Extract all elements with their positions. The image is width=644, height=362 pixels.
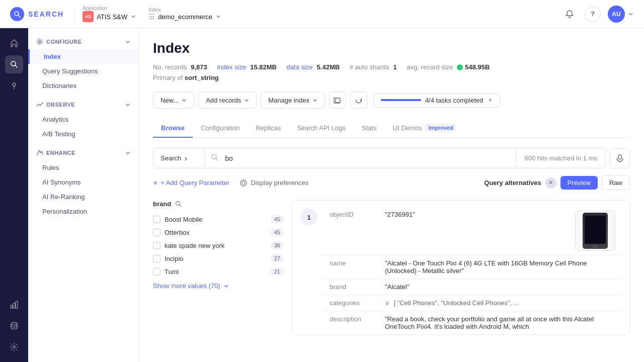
logo-icon [10, 7, 24, 21]
facet-checkbox-boost[interactable] [153, 216, 160, 223]
facet-item: kate spade new york 36 [153, 239, 284, 252]
mic-button[interactable] [610, 148, 630, 168]
record-table: objectID "2736991" [324, 207, 621, 334]
results-area: brand Boost Mobile 45 Otterbox 45 [153, 200, 630, 335]
facet-checkbox-kate[interactable] [153, 242, 160, 249]
add-query-param[interactable]: + + Add Query Parameter [153, 178, 229, 188]
hits-count: 600 hits matched in 1 ms [516, 149, 605, 167]
tab-ui-demos-badge: Improved [425, 124, 457, 132]
svg-line-13 [216, 158, 218, 160]
refresh-button[interactable] [350, 92, 367, 109]
tabs: Browse Configuration Replicas Search API… [153, 119, 630, 138]
sidebar-item-personalization[interactable]: Personalization [28, 204, 138, 219]
tab-stats[interactable]: Stats [354, 119, 385, 138]
notifications-icon[interactable] [561, 6, 578, 22]
facet-count: 45 [271, 228, 284, 236]
sidebar-enhance-header[interactable]: ENHANCE [28, 145, 138, 160]
search-type-selector[interactable]: Search [153, 149, 205, 167]
index-selector[interactable]: Index ☰ demo_ecommerce [148, 7, 221, 21]
facet-item: Boost Mobile 45 [153, 213, 284, 226]
sidebar-item-rules[interactable]: Rules [28, 160, 138, 175]
svg-line-1 [18, 15, 20, 17]
action-bar: New... Add records Manage index [153, 92, 630, 109]
add-records-button[interactable]: Add records [198, 92, 257, 109]
auto-shards-label: # auto shards [350, 63, 389, 71]
sidebar-observe-header[interactable]: OBSERVE [28, 97, 138, 112]
svg-rect-14 [618, 155, 621, 159]
tab-browse[interactable]: Browse [153, 119, 193, 138]
preview-button[interactable]: Preview [560, 176, 598, 190]
svg-point-8 [11, 323, 17, 325]
raw-button[interactable]: Raw [602, 175, 630, 190]
sidebar-item-dictionaries[interactable]: Dictionaries [28, 78, 138, 93]
facet-item: Otterbox 45 [153, 226, 284, 239]
avatar-chevron-icon [628, 11, 634, 17]
icon-bar-pin[interactable] [5, 76, 23, 95]
record-row-brand: brand "Alcatel" [324, 279, 621, 295]
new-button[interactable]: New... [153, 92, 194, 109]
record-image [575, 211, 615, 251]
app-selector[interactable]: Application AS ATIS S&W [83, 6, 136, 22]
icon-bar-search[interactable] [5, 55, 23, 73]
primary-of: Primary of sort_string [153, 74, 630, 81]
app-name: ATIS S&W [97, 13, 127, 21]
index-chevron-icon [215, 14, 221, 20]
search-input[interactable] [225, 149, 516, 167]
copy-button[interactable] [329, 92, 346, 109]
sidebar-item-analytics[interactable]: Analytics [28, 112, 138, 127]
app-selector-label: Application [83, 6, 136, 11]
search-icon-wrap [205, 148, 225, 168]
facet-count: 45 [271, 215, 284, 223]
icon-bar-chart[interactable] [5, 296, 23, 314]
filter-bar: + + Add Query Parameter Display preferen… [153, 175, 630, 190]
facet-label: Boost Mobile [165, 216, 267, 223]
svg-line-3 [15, 65, 17, 67]
app-badge: AS [83, 11, 94, 22]
query-alts-close[interactable]: ✕ [545, 177, 556, 189]
facet-label: Incipio [165, 255, 267, 262]
progress-label: 4/4 tasks completed [425, 97, 484, 104]
svg-line-19 [180, 205, 182, 207]
main-content: Index No. records 9,873 · index size 15.… [139, 28, 644, 362]
sidebar-configure-header[interactable]: CONFIGURE [28, 34, 138, 49]
sidebar-item-query-suggestions[interactable]: Query Suggestions [28, 64, 138, 78]
svg-point-16 [242, 182, 245, 185]
icon-bar-settings[interactable] [5, 338, 23, 356]
index-icon: ☰ [148, 13, 155, 21]
svg-rect-6 [13, 303, 15, 308]
tab-ui-demos[interactable]: UI Demos Improved [385, 119, 465, 138]
show-more-values[interactable]: Show more values (70) [153, 278, 284, 294]
facet-count: 36 [271, 241, 284, 249]
facet-label: kate spade new york [165, 242, 267, 249]
search-bar: Search 600 hits matched in 1 ms [153, 148, 606, 168]
sidebar-item-index[interactable]: Index [28, 49, 138, 64]
sidebar-item-ai-synonyms[interactable]: AI Synonyms [28, 175, 138, 190]
facet-brand-header: brand [153, 200, 284, 208]
facet-item: Incipio 27 [153, 252, 284, 265]
display-preferences[interactable]: Display preferences [239, 179, 308, 187]
user-avatar[interactable]: AU [608, 6, 634, 23]
svg-point-10 [39, 41, 41, 43]
sidebar-item-ab-testing[interactable]: A/B Testing [28, 127, 138, 141]
facet-checkbox-otterbox[interactable] [153, 229, 160, 236]
topbar: SEARCH Application AS ATIS S&W Index ☰ d… [0, 0, 644, 28]
facet-checkbox-incipio[interactable] [153, 255, 160, 262]
logo: SEARCH [10, 7, 74, 21]
data-size-value: 5.42MB [317, 63, 340, 71]
icon-bar-home[interactable] [5, 34, 23, 52]
manage-index-button[interactable]: Manage index [261, 92, 325, 109]
data-size-link[interactable]: data size [287, 63, 313, 71]
tab-replicas[interactable]: Replicas [248, 119, 289, 138]
progress-container[interactable]: 4/4 tasks completed [373, 93, 500, 108]
tab-configuration[interactable]: Configuration [193, 119, 248, 138]
sidebar: CONFIGURE Index Query Suggestions Dictio… [28, 28, 139, 362]
index-size-link[interactable]: index size [217, 63, 246, 71]
facet-count: 21 [271, 267, 284, 276]
tab-search-api-logs[interactable]: Search API Logs [289, 119, 354, 138]
sidebar-item-ai-reranking[interactable]: AI Re-Ranking [28, 190, 138, 204]
facet-checkbox-tumi[interactable] [153, 268, 160, 276]
page-title: Index [153, 40, 630, 56]
icon-bar-database[interactable] [5, 317, 23, 335]
help-icon[interactable]: ? [585, 6, 601, 22]
svg-rect-7 [16, 301, 18, 308]
